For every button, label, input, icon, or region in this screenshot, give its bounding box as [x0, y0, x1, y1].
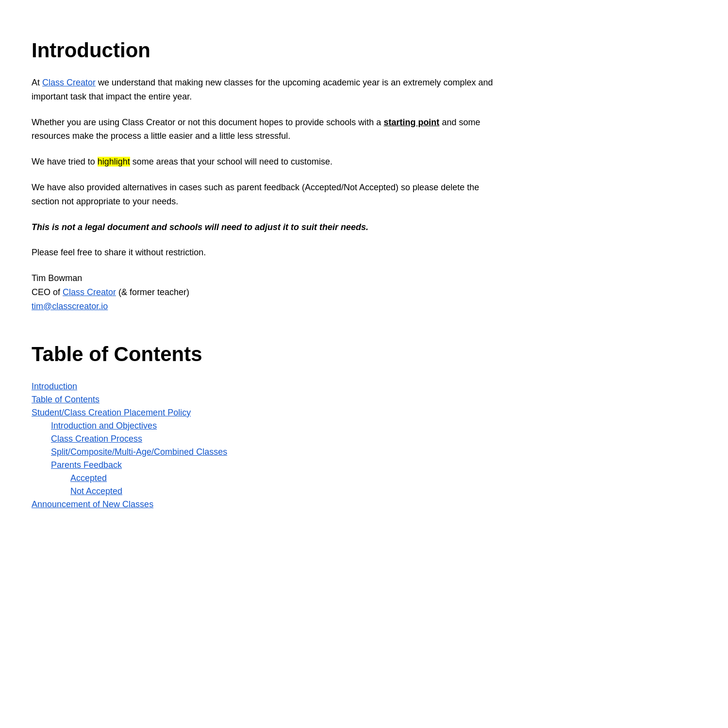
class-creator-link-2[interactable]: Class Creator [63, 287, 116, 297]
legal-disclaimer-text: This is not a legal document and schools… [32, 222, 368, 232]
intro-para1: At Class Creator we understand that maki… [32, 76, 502, 104]
class-creator-link-1[interactable]: Class Creator [42, 78, 96, 87]
highlight-text: highlight [98, 157, 130, 166]
intro-para3: We have tried to highlight some areas th… [32, 155, 502, 169]
intro-para4: We have also provided alternatives in ca… [32, 181, 502, 209]
toc-link-placement-policy[interactable]: Student/Class Creation Placement Policy [32, 408, 191, 417]
toc-link-not-accepted[interactable]: Not Accepted [70, 486, 122, 496]
toc-section: Table of Contents Introduction Table of … [32, 343, 502, 510]
toc-item-introduction: Introduction [32, 381, 502, 392]
toc-item-table-of-contents: Table of Contents [32, 395, 502, 405]
para3-post: some areas that your school will need to… [130, 157, 332, 166]
para1-pre: At [32, 78, 42, 87]
toc-list: Introduction Table of Contents Student/C… [32, 381, 502, 510]
para2-pre: Whether you are using Class Creator or n… [32, 117, 383, 127]
author-email-link[interactable]: tim@classcreator.io [32, 301, 108, 311]
toc-link-announcement-new-classes[interactable]: Announcement of New Classes [32, 499, 153, 509]
toc-item-accepted: Accepted [70, 473, 502, 483]
starting-point-text: starting point [383, 117, 439, 127]
para3-pre: We have tried to [32, 157, 98, 166]
toc-item-not-accepted: Not Accepted [70, 486, 502, 496]
toc-item-announcement-new-classes: Announcement of New Classes [32, 499, 502, 510]
para1-post: we understand that making new classes fo… [32, 78, 493, 101]
toc-item-split-composite: Split/Composite/Multi-Age/Combined Class… [51, 447, 502, 457]
toc-link-introduction[interactable]: Introduction [32, 381, 77, 391]
toc-link-intro-objectives[interactable]: Introduction and Objectives [51, 421, 157, 430]
toc-link-split-composite[interactable]: Split/Composite/Multi-Age/Combined Class… [51, 447, 227, 457]
intro-para5: This is not a legal document and schools… [32, 220, 502, 234]
introduction-section: Introduction At Class Creator we underst… [32, 39, 502, 314]
toc-item-intro-objectives: Introduction and Objectives [51, 421, 502, 431]
author-name: Tim Bowman [32, 273, 82, 283]
toc-link-parents-feedback[interactable]: Parents Feedback [51, 460, 122, 470]
introduction-heading: Introduction [32, 39, 502, 62]
toc-link-table-of-contents[interactable]: Table of Contents [32, 395, 99, 404]
author-title-pre: CEO of [32, 287, 63, 297]
toc-item-parents-feedback: Parents Feedback [51, 460, 502, 470]
author-title-post: (& former teacher) [116, 287, 189, 297]
author-block: Tim Bowman CEO of Class Creator (& forme… [32, 271, 502, 313]
toc-item-class-creation-process: Class Creation Process [51, 434, 502, 444]
toc-link-class-creation-process[interactable]: Class Creation Process [51, 434, 142, 444]
toc-heading: Table of Contents [32, 343, 502, 366]
intro-para2: Whether you are using Class Creator or n… [32, 116, 502, 144]
toc-link-accepted[interactable]: Accepted [70, 473, 107, 483]
intro-para6: Please feel free to share it without res… [32, 246, 502, 260]
toc-item-placement-policy: Student/Class Creation Placement Policy [32, 408, 502, 418]
